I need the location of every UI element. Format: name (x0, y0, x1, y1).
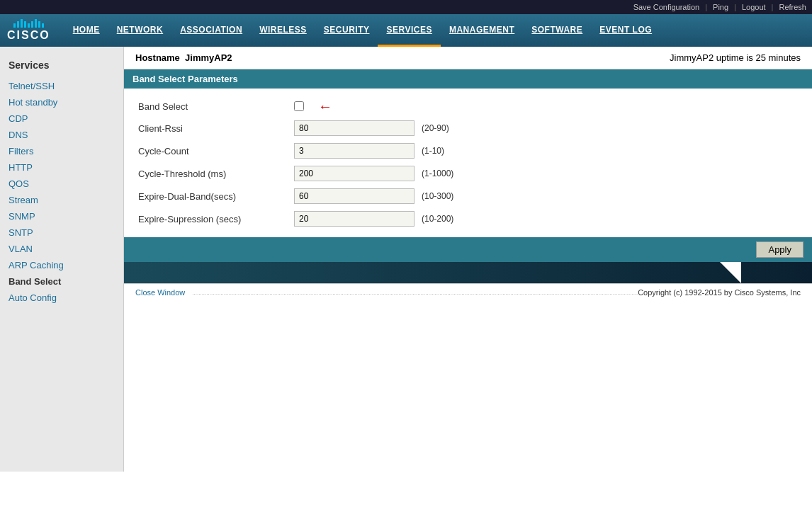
apply-row: Apply (124, 237, 812, 262)
dark-bar (124, 262, 812, 283)
close-window-link[interactable]: Close Window (135, 288, 185, 297)
nav-wireless[interactable]: WIRELESS (251, 14, 315, 47)
nav-management[interactable]: MANAGEMENT (441, 14, 523, 47)
cycle-count-input[interactable] (294, 143, 415, 159)
label-client-rssi: Client-Rssi (138, 123, 294, 134)
section-header: Band Select Parameters (124, 69, 812, 89)
sidebar-item-snmp[interactable]: SNMP (0, 208, 123, 224)
cycle-count-range: (1-10) (422, 146, 444, 156)
main-content: Hostname JimmyAP2 JimmyAP2 uptime is 25 … (124, 47, 812, 472)
control-expire-supression: (10-200) (294, 211, 453, 227)
uptime-info: JimmyAP2 uptime is 25 minutes (670, 52, 801, 63)
control-cycle-threshold: (1-1000) (294, 166, 453, 181)
expire-dual-band-range: (10-300) (422, 191, 453, 201)
refresh-link[interactable]: Refresh (779, 3, 806, 11)
control-band-select: ← (294, 99, 332, 113)
client-rssi-input[interactable] (294, 120, 415, 136)
label-band-select: Band Select (138, 101, 294, 112)
footer-dots: ........................................… (192, 290, 638, 296)
sidebar-title: Services (0, 54, 123, 78)
sidebar-item-dns[interactable]: DNS (0, 127, 123, 143)
hostname-label: Hostname (135, 52, 182, 63)
sidebar-item-hot-standby[interactable]: Hot standby (0, 94, 123, 110)
label-cycle-count: Cycle-Count (138, 146, 294, 156)
ping-link[interactable]: Ping (713, 3, 728, 11)
hostname-value: JimmyAP2 (185, 52, 232, 63)
nav-association[interactable]: ASSOCIATION (171, 14, 251, 47)
form-row-band-select: Band Select ← (124, 96, 812, 117)
nav-security[interactable]: SECURITY (315, 14, 378, 47)
cycle-threshold-input[interactable] (294, 166, 415, 181)
form-row-client-rssi: Client-Rssi (20-90) (124, 117, 812, 139)
footer: Close Window ...........................… (124, 283, 812, 301)
top-bar: Save Configuration | Ping | Logout | Ref… (0, 0, 812, 14)
form-row-expire-supression: Expire-Supression (secs) (10-200) (124, 207, 812, 230)
sidebar-item-auto-config[interactable]: Auto Config (0, 290, 123, 306)
nav-links: HOME NETWORK ASSOCIATION WIRELESS SECURI… (64, 14, 660, 47)
copyright-text: Copyright (c) 1992-2015 by Cisco Systems… (638, 288, 801, 297)
cycle-threshold-range: (1-1000) (422, 169, 453, 178)
band-select-checkbox[interactable] (294, 101, 304, 111)
cisco-text: CISCO (7, 29, 50, 42)
sidebar-item-filters[interactable]: Filters (0, 143, 123, 159)
expire-supression-range: (10-200) (422, 214, 453, 224)
control-cycle-count: (1-10) (294, 143, 444, 159)
label-cycle-threshold: Cycle-Threshold (ms) (138, 169, 294, 179)
expire-supression-input[interactable] (294, 211, 415, 227)
sidebar-item-qos[interactable]: QOS (0, 176, 123, 192)
sidebar-item-telnet-ssh[interactable]: Telnet/SSH (0, 78, 123, 94)
form-row-cycle-count: Cycle-Count (1-10) (124, 139, 812, 162)
form-row-expire-dual-band: Expire-Dual-Band(secs) (10-300) (124, 185, 812, 207)
nav-services[interactable]: SERVICES (378, 14, 440, 47)
nav-network[interactable]: NETWORK (108, 14, 172, 47)
control-expire-dual-band: (10-300) (294, 188, 453, 204)
client-rssi-range: (20-90) (422, 123, 449, 133)
form-row-cycle-threshold: Cycle-Threshold (ms) (1-1000) (124, 162, 812, 185)
sidebar-item-band-select[interactable]: Band Select (0, 273, 123, 290)
nav-home[interactable]: HOME (64, 14, 108, 47)
hostname-info: Hostname JimmyAP2 (135, 52, 232, 63)
band-select-form: Band Select ← Client-Rssi (20-90) Cycle-… (124, 89, 812, 237)
logout-link[interactable]: Logout (742, 3, 766, 11)
label-expire-dual-band: Expire-Dual-Band(secs) (138, 191, 294, 202)
nav-bar: CISCO HOME NETWORK ASSOCIATION WIRELESS … (0, 14, 812, 47)
sidebar-item-arp-caching[interactable]: ARP Caching (0, 257, 123, 273)
sidebar-item-cdp[interactable]: CDP (0, 110, 123, 127)
save-config-link[interactable]: Save Configuration (633, 3, 700, 11)
label-expire-supression: Expire-Supression (secs) (138, 214, 294, 224)
arrow-annotation: ← (318, 99, 332, 113)
control-client-rssi: (20-90) (294, 120, 449, 136)
sidebar-item-vlan[interactable]: VLAN (0, 241, 123, 257)
nav-eventlog[interactable]: EVENT LOG (591, 14, 660, 47)
sidebar: Services Telnet/SSH Hot standby CDP DNS … (0, 47, 124, 472)
sidebar-item-http[interactable]: HTTP (0, 159, 123, 176)
hostname-bar: Hostname JimmyAP2 JimmyAP2 uptime is 25 … (124, 47, 812, 69)
apply-button[interactable]: Apply (756, 241, 803, 258)
sidebar-item-stream[interactable]: Stream (0, 192, 123, 208)
cisco-logo: CISCO (7, 19, 50, 42)
sidebar-item-sntp[interactable]: SNTP (0, 224, 123, 241)
content-wrapper: Services Telnet/SSH Hot standby CDP DNS … (0, 47, 812, 472)
nav-software[interactable]: SOFTWARE (523, 14, 591, 47)
expire-dual-band-input[interactable] (294, 188, 415, 204)
